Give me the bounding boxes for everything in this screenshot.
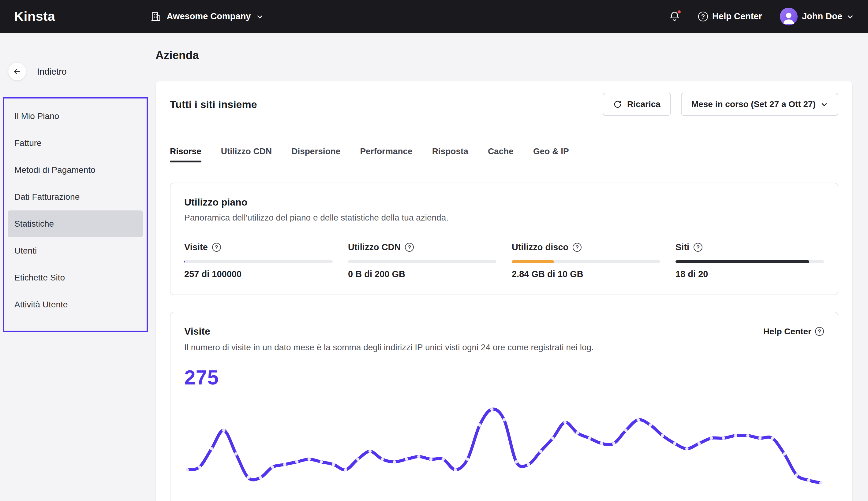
chevron-down-icon — [847, 13, 854, 20]
back-row: Indietro — [8, 63, 156, 81]
info-icon[interactable]: ? — [693, 243, 702, 252]
sidebar-item-etichette-sito[interactable]: Etichette Sito — [8, 264, 143, 291]
question-circle-icon: ? — [698, 12, 708, 21]
metric-value: 18 di 20 — [676, 269, 824, 279]
topbar: Kinsta Awesome Company ? Help Center — [0, 0, 868, 33]
stats-panel: Tutti i siti insieme Ricarica Mese in co… — [156, 81, 853, 501]
visits-progress-bar — [184, 260, 333, 263]
notification-badge — [677, 10, 681, 14]
help-center-label: Help Center — [712, 11, 762, 21]
metric-visits: Visite ? 257 di 100000 — [184, 242, 333, 279]
metric-sites: Siti ? 18 di 20 — [676, 242, 824, 279]
topbar-right: ? Help Center John Doe — [669, 8, 854, 25]
sidebar-item-label: Metodi di Pagamento — [14, 165, 95, 175]
chart-wrap — [184, 399, 824, 497]
user-name: John Doe — [802, 11, 842, 21]
company-name: Awesome Company — [167, 11, 251, 21]
reload-label: Ricarica — [627, 99, 660, 109]
metric-value: 257 di 100000 — [184, 269, 333, 279]
sidebar-item-label: Il Mio Piano — [14, 111, 59, 121]
back-label: Indietro — [37, 67, 67, 77]
panel-header: Tutti i siti insieme Ricarica Mese in co… — [170, 93, 838, 116]
metric-label: Siti — [676, 242, 689, 252]
visits-help-center-link[interactable]: Help Center ? — [763, 327, 824, 337]
sidebar-item-label: Etichette Sito — [14, 273, 65, 283]
metrics-row: Visite ? 257 di 100000 Utilizzo CDN ? 0 … — [184, 242, 824, 279]
back-button[interactable] — [8, 63, 26, 81]
sidebar-item-dati-fatturazione[interactable]: Dati Fatturazione — [8, 183, 143, 211]
sidebar-item-statistiche[interactable]: Statistiche — [8, 211, 143, 237]
plan-usage-subtitle: Panoramica dell'utilizzo del piano e del… — [184, 213, 824, 223]
info-icon[interactable]: ? — [212, 243, 221, 252]
sidebar-item-label: Attività Utente — [14, 300, 67, 310]
metric-disk-usage: Utilizzo disco ? 2.84 GB di 10 GB — [512, 242, 660, 279]
company-selector[interactable]: Awesome Company — [150, 11, 263, 22]
user-menu[interactable]: John Doe — [780, 8, 854, 25]
metric-label: Utilizzo CDN — [348, 242, 401, 252]
visits-title: Visite — [184, 326, 210, 337]
main-content: Azienda Tutti i siti insieme Ricarica Me… — [156, 33, 868, 501]
plan-usage-title: Utilizzo piano — [184, 197, 824, 208]
sidebar-item-label: Dati Fatturazione — [14, 192, 80, 202]
sidebar-item-label: Statistiche — [14, 219, 54, 229]
info-icon[interactable]: ? — [573, 243, 582, 252]
visits-header: Visite Help Center ? — [184, 326, 824, 337]
date-range-button[interactable]: Mese in corso (Set 27 a Ott 27) — [681, 93, 838, 116]
building-icon — [150, 11, 161, 22]
sidebar: Indietro Il Mio Piano Fatture Metodi di … — [0, 33, 156, 332]
sidebar-item-label: Fatture — [14, 138, 42, 148]
avatar — [780, 8, 798, 25]
date-range-label: Mese in corso (Set 27 a Ott 27) — [691, 99, 816, 109]
sidebar-item-il-mio-piano[interactable]: Il Mio Piano — [8, 103, 143, 130]
arrow-left-icon — [12, 67, 22, 76]
metric-value: 0 B di 200 GB — [348, 269, 496, 279]
kinsta-logo: Kinsta — [14, 9, 55, 24]
sidebar-item-utenti[interactable]: Utenti — [8, 237, 143, 264]
header-actions: Ricarica Mese in corso (Set 27 a Ott 27) — [603, 93, 838, 116]
tab-performance[interactable]: Performance — [360, 147, 412, 158]
metric-label: Utilizzo disco — [512, 242, 568, 252]
chevron-down-icon — [820, 100, 828, 108]
question-circle-icon: ? — [815, 327, 824, 336]
cdn-progress-bar — [348, 260, 496, 263]
refresh-icon — [613, 100, 622, 109]
disk-progress-bar — [512, 260, 660, 263]
visits-line-chart — [184, 399, 824, 497]
tab-dispersione[interactable]: Dispersione — [291, 147, 340, 158]
section-title: Tutti i siti insieme — [170, 98, 257, 110]
sites-progress-bar — [676, 260, 824, 263]
tab-utilizzo-cdn[interactable]: Utilizzo CDN — [221, 147, 272, 158]
sidebar-item-fatture[interactable]: Fatture — [8, 130, 143, 157]
sidebar-item-attivita-utente[interactable]: Attività Utente — [8, 291, 143, 318]
tab-geo-ip[interactable]: Geo & IP — [533, 147, 569, 158]
metric-label: Visite — [184, 242, 208, 252]
visits-description: Il numero di visite in un dato mese è la… — [184, 343, 824, 352]
info-icon[interactable]: ? — [405, 243, 414, 252]
metric-value: 2.84 GB di 10 GB — [512, 269, 660, 279]
sidebar-item-label: Utenti — [14, 246, 37, 256]
chevron-down-icon — [256, 13, 263, 20]
tab-risposta[interactable]: Risposta — [432, 147, 468, 158]
sidebar-menu-annotation-box: Il Mio Piano Fatture Metodi di Pagamento… — [3, 97, 148, 332]
notifications-button[interactable] — [669, 11, 680, 22]
page-title: Azienda — [156, 49, 868, 62]
plan-usage-card: Utilizzo piano Panoramica dell'utilizzo … — [170, 183, 838, 295]
help-center-label: Help Center — [763, 327, 812, 337]
tab-cache[interactable]: Cache — [488, 147, 514, 158]
metric-cdn-usage: Utilizzo CDN ? 0 B di 200 GB — [348, 242, 496, 279]
tab-risorse[interactable]: Risorse — [170, 147, 201, 158]
reload-button[interactable]: Ricarica — [603, 93, 671, 116]
sidebar-item-metodi-di-pagamento[interactable]: Metodi di Pagamento — [8, 157, 143, 183]
visits-total: 275 — [184, 366, 824, 389]
visits-card: Visite Help Center ? Il numero di visite… — [170, 312, 838, 501]
tabs-bar: Risorse Utilizzo CDN Dispersione Perform… — [170, 147, 838, 166]
help-center-button[interactable]: ? Help Center — [698, 11, 762, 21]
